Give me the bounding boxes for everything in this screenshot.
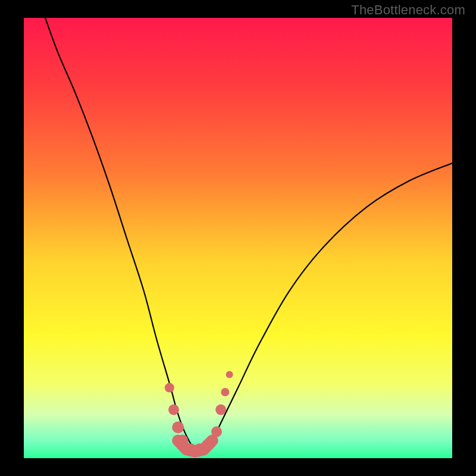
valley-marker: [211, 427, 222, 437]
chart-svg: [24, 18, 452, 458]
chart-frame: TheBottleneck.com: [0, 0, 476, 476]
valley-marker: [221, 388, 229, 396]
valley-marker: [176, 434, 188, 446]
valley-marker: [215, 405, 226, 415]
bottleneck-curve: [45, 18, 452, 451]
valley-marker: [165, 383, 174, 393]
valley-marker: [226, 371, 233, 378]
valley-marker: [172, 421, 184, 433]
watermark-text: TheBottleneck.com: [351, 2, 465, 18]
valley-marker: [202, 439, 214, 451]
plot-area: [24, 18, 452, 458]
valley-marker: [168, 405, 179, 415]
